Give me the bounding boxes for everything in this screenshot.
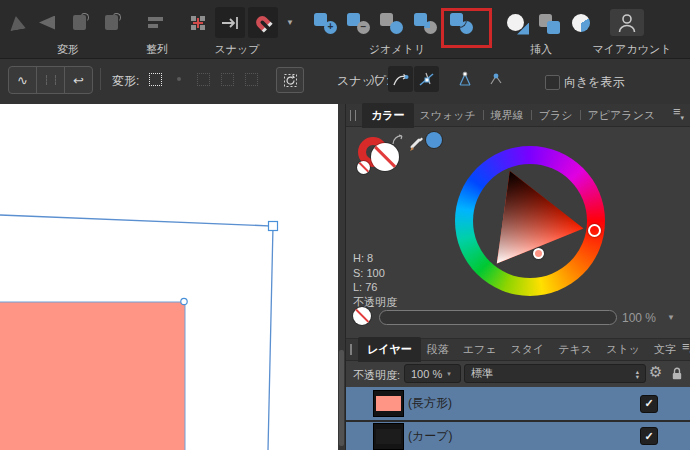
eyedropper-icon[interactable] bbox=[407, 134, 425, 152]
align-icon bbox=[148, 17, 163, 28]
shear-box-icon bbox=[221, 73, 234, 86]
tab-swatches[interactable]: スウォッチ bbox=[414, 104, 482, 127]
layer-name: (カーブ) bbox=[408, 428, 453, 445]
scale-box-icon bbox=[197, 73, 210, 86]
panel-grip-icon[interactable] bbox=[350, 110, 356, 121]
tab-stock[interactable]: ストッ bbox=[600, 338, 646, 361]
pen-node-icon bbox=[418, 71, 436, 88]
snapping-grid-button[interactable] bbox=[183, 7, 213, 38]
tab-brushes[interactable]: ブラシ bbox=[533, 104, 579, 127]
layer-visibility-checkbox[interactable]: ✓ bbox=[640, 427, 658, 445]
hsl-readout: H: 8 S: 100 L: 76 bbox=[353, 251, 385, 295]
tab-stroke[interactable]: 境界線 bbox=[485, 104, 530, 127]
opacity-none-icon[interactable] bbox=[353, 307, 371, 325]
flip-vertical-button[interactable] bbox=[2, 7, 32, 38]
tab-text[interactable]: テキス bbox=[552, 338, 598, 361]
layer-visibility-checkbox[interactable]: ✓ bbox=[640, 395, 658, 413]
canvas-area[interactable] bbox=[0, 104, 338, 450]
tab-divider bbox=[580, 110, 581, 120]
point-icon bbox=[177, 77, 181, 81]
saturation-lightness-triangle[interactable] bbox=[455, 146, 605, 296]
rotate-cw-button[interactable] bbox=[96, 7, 126, 38]
snapping-options-dropdown[interactable]: ▼ bbox=[282, 7, 298, 38]
tab-appearance[interactable]: アピアランス bbox=[582, 104, 662, 127]
move-to-snap-button[interactable] bbox=[215, 7, 245, 38]
snap-all-handles-button[interactable] bbox=[452, 66, 477, 92]
fill-none-swatch[interactable] bbox=[371, 143, 399, 171]
secondary-none-swatch[interactable] bbox=[357, 161, 370, 174]
rectangle-node-handle[interactable] bbox=[181, 298, 187, 304]
corner-node-handle[interactable] bbox=[269, 222, 278, 231]
panel-grip-icon[interactable] bbox=[350, 344, 352, 355]
layer-thumbnail[interactable] bbox=[373, 423, 404, 450]
boolean-add-icon: + bbox=[312, 10, 338, 36]
opacity-dropdown-button[interactable]: ▼ bbox=[663, 309, 679, 325]
snap-handle-positions-button[interactable] bbox=[483, 66, 508, 92]
opacity-slider[interactable] bbox=[379, 310, 617, 325]
move-to-icon bbox=[219, 13, 241, 33]
transform-selection-button[interactable] bbox=[144, 67, 166, 91]
tab-color[interactable]: カラー bbox=[362, 103, 414, 128]
revert-button[interactable]: ↩ bbox=[64, 66, 93, 94]
rotate-ccw-button[interactable] bbox=[64, 7, 94, 38]
layer-row-curve[interactable]: (カーブ) ✓ bbox=[346, 422, 690, 450]
tab-layers[interactable]: レイヤー bbox=[358, 337, 421, 362]
transform-shear-button[interactable] bbox=[216, 67, 238, 91]
tab-character[interactable]: 文字 bbox=[648, 338, 682, 361]
geometry-subtract-button[interactable]: − bbox=[343, 7, 373, 38]
layer-opacity-dropdown[interactable]: 100 % ▾ bbox=[404, 364, 461, 383]
tab-styles[interactable]: スタイ bbox=[505, 338, 551, 361]
sculpt-mode-button[interactable]: ∿ bbox=[8, 66, 37, 94]
align-group-label: 整列 bbox=[146, 42, 168, 57]
my-account-button[interactable] bbox=[608, 7, 646, 38]
transform-rotate-button[interactable] bbox=[276, 67, 304, 93]
tab-effects[interactable]: エフェ bbox=[457, 338, 503, 361]
geometry-intersect-button[interactable] bbox=[376, 7, 406, 38]
snap-curves-button[interactable]: )( bbox=[362, 66, 387, 92]
main-toolbar: 変形 整列 ▼ スナップ + bbox=[0, 0, 690, 59]
curve-arrow-icon bbox=[391, 71, 410, 88]
layer-row-rectangle[interactable]: (長方形) ✓ bbox=[346, 387, 690, 420]
snap-to-geometry-button[interactable] bbox=[388, 66, 413, 92]
snap-off-curve-button[interactable] bbox=[414, 66, 439, 92]
edit-mode-button[interactable] bbox=[36, 66, 65, 94]
salmon-rectangle-shape[interactable] bbox=[0, 302, 185, 450]
hue-selector[interactable] bbox=[588, 224, 601, 237]
tab-divider bbox=[531, 110, 532, 120]
canvas-scrollbar[interactable] bbox=[338, 104, 345, 450]
transform-point-button[interactable] bbox=[168, 67, 190, 91]
transform-scale-button[interactable] bbox=[192, 67, 214, 91]
parentheses-curves-icon: )( bbox=[371, 73, 378, 85]
flip-vertical-icon bbox=[8, 14, 26, 31]
insert-on-top-button[interactable] bbox=[534, 7, 564, 38]
geometry-group-label: ジオメトリ bbox=[369, 42, 425, 57]
tab-paragraph[interactable]: 段落 bbox=[421, 338, 455, 361]
saturation-selector[interactable] bbox=[533, 248, 544, 259]
layer-settings-gear-icon[interactable]: ⚙ bbox=[649, 363, 662, 381]
check-icon: ✓ bbox=[644, 430, 653, 443]
geometry-add-button[interactable]: + bbox=[310, 7, 340, 38]
color-wheel[interactable] bbox=[455, 146, 605, 296]
handle-node-icon bbox=[487, 71, 505, 88]
panel-menu-icon[interactable]: ≡▾ bbox=[673, 107, 684, 123]
show-orientation-checkbox[interactable] bbox=[545, 75, 560, 90]
tutorial-highlight-annotation bbox=[441, 8, 492, 48]
panel-menu-icon[interactable]: ≡▾ bbox=[682, 342, 690, 358]
align-button[interactable] bbox=[140, 7, 170, 38]
layer-thumbnail[interactable] bbox=[373, 390, 404, 417]
geometry-divide-button[interactable] bbox=[410, 7, 440, 38]
snapping-toggle-button[interactable] bbox=[248, 7, 278, 38]
flip-horizontal-button[interactable] bbox=[32, 7, 62, 38]
hue-value: H: 8 bbox=[353, 251, 385, 266]
boolean-intersect-icon bbox=[378, 10, 404, 36]
insert-behind-button[interactable] bbox=[502, 7, 532, 38]
swap-fill-stroke-icon[interactable] bbox=[391, 134, 405, 146]
blend-mode-dropdown[interactable]: 標準 ▴▾ bbox=[464, 364, 646, 383]
transform-skew-button[interactable] bbox=[240, 67, 262, 91]
picked-color-swatch[interactable] bbox=[426, 132, 442, 148]
scrollbar-thumb[interactable] bbox=[339, 350, 344, 446]
node-triangle-icon bbox=[456, 71, 474, 88]
insert-inside-button[interactable] bbox=[566, 7, 596, 38]
lock-icon[interactable] bbox=[671, 366, 683, 381]
color-panel-tabbar: カラー スウォッチ 境界線 ブラシ アピアランス ≡▾ bbox=[346, 104, 690, 127]
